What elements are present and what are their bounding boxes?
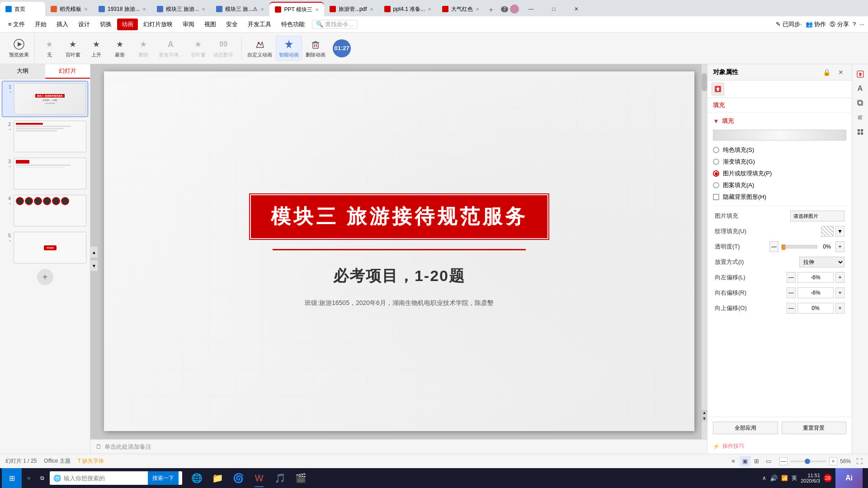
checkbox-hide-bg[interactable]: [713, 194, 719, 200]
taskbar-app-explorer[interactable]: 📁: [208, 468, 227, 488]
notification-badge[interactable]: 28: [824, 474, 832, 482]
share-btn[interactable]: ⑤ 分享: [830, 20, 849, 28]
slide-item-2[interactable]: 2 *: [2, 119, 88, 154]
radio-gradient[interactable]: [713, 159, 719, 165]
ops-tips[interactable]: ⚡ 操作技巧: [708, 439, 852, 454]
anim-none[interactable]: ★ 无: [38, 36, 60, 60]
taskbar-search-input[interactable]: [64, 475, 145, 482]
menu-security[interactable]: 安全: [222, 19, 242, 30]
taskbar-taskview[interactable]: ⧉: [36, 468, 49, 488]
menu-slideshow[interactable]: 幻灯片放映: [139, 19, 177, 30]
tab-pdf[interactable]: 旅游管...pdf ✕: [324, 2, 379, 16]
fill-option-solid[interactable]: 纯色填充(S): [713, 146, 846, 154]
placement-select[interactable]: 拉伸 平铺: [799, 257, 844, 267]
slide-canvas[interactable]: 模块三 旅游接待规范服务 必考项目，1-20题 班级:旅游16505，2020年…: [104, 71, 694, 431]
fill-option-pattern[interactable]: 图案填充(A): [713, 181, 846, 189]
canvas-scrollbar-v[interactable]: ▲ ▼: [702, 64, 707, 439]
add-slide-button[interactable]: +: [37, 269, 53, 285]
tab-close-mk3[interactable]: ✕: [202, 7, 205, 12]
offset-up-plus-btn[interactable]: +: [835, 303, 844, 314]
far-right-grid-btn[interactable]: [854, 126, 867, 138]
nav-arrow-up[interactable]: ▲: [90, 247, 98, 258]
zoom-minus-btn[interactable]: —: [779, 457, 788, 465]
far-right-copy-btn[interactable]: [854, 97, 867, 109]
anim-blinds[interactable]: ★ 百叶窗: [62, 36, 84, 60]
preview-effect-button[interactable]: 预览效果: [6, 36, 32, 60]
texture-preview[interactable]: [821, 226, 834, 237]
collab-btn[interactable]: 👥 协作: [806, 20, 826, 28]
tab-19318[interactable]: 19318 旅游... ✕: [93, 2, 151, 16]
fill-option-hide-bg[interactable]: 隐藏背景图形(H): [713, 193, 846, 201]
transparency-thumb[interactable]: [782, 244, 785, 250]
offset-right-input[interactable]: [797, 287, 834, 298]
smart-anim-button[interactable]: 智能动画: [276, 36, 302, 61]
user-avatar[interactable]: [510, 5, 519, 14]
menu-switch[interactable]: 切换: [95, 19, 116, 30]
tab-close-mk3b[interactable]: ✕: [260, 7, 264, 12]
taskbar-app-wps[interactable]: W: [249, 468, 269, 488]
radio-pattern[interactable]: [713, 182, 719, 188]
start-button[interactable]: ⊞: [2, 468, 22, 488]
menu-design[interactable]: 设计: [74, 19, 94, 30]
anim-font[interactable]: A 更改字体...: [156, 36, 185, 60]
tray-volume[interactable]: 🔊: [770, 474, 778, 482]
menu-view[interactable]: 视图: [200, 19, 221, 30]
slide-title-box[interactable]: 模块三 旅游接待规范服务: [251, 195, 547, 238]
taskbar-clock[interactable]: 11:51 2020/6/3: [801, 473, 820, 483]
grid-view-btn[interactable]: ⊞: [751, 456, 762, 467]
slide-thumb-4[interactable]: [14, 195, 86, 226]
maximize-button[interactable]: □: [543, 2, 564, 16]
slide-item-3[interactable]: 3 *: [2, 156, 88, 191]
tab-close-19318[interactable]: ✕: [142, 7, 146, 12]
texture-dropdown-btn[interactable]: ▼: [835, 226, 844, 237]
anim-erase[interactable]: ★ 擦除: [132, 36, 154, 60]
close-panel-icon[interactable]: ✕: [835, 67, 846, 78]
help-btn[interactable]: ?: [853, 21, 856, 28]
tab-close-daoke[interactable]: ✕: [84, 7, 88, 12]
anim-blinds2[interactable]: ★ 百叶窗: [187, 36, 209, 60]
fill-option-gradient[interactable]: 渐变填充(G): [713, 158, 846, 166]
apply-all-button[interactable]: 全部应用: [713, 422, 778, 434]
tab-close-ppt[interactable]: ✕: [315, 7, 319, 12]
taskbar-app-edge[interactable]: 🌐: [187, 468, 207, 488]
tray-lang[interactable]: 英: [792, 474, 797, 482]
custom-anim-button[interactable]: 自定义动画: [245, 36, 275, 60]
tab-mk3b[interactable]: 模块三 旅...⚠ ✕: [211, 2, 269, 16]
menu-file[interactable]: ≡ 文件: [4, 19, 29, 30]
taskbar-app-music[interactable]: 🎵: [270, 468, 290, 488]
slide-item-4[interactable]: 4 *: [2, 193, 88, 228]
zoom-slider[interactable]: [790, 460, 826, 462]
radio-solid[interactable]: [713, 147, 719, 153]
far-right-fill-btn[interactable]: [854, 68, 867, 80]
notes-view-btn[interactable]: ≡: [728, 456, 739, 467]
reset-btn[interactable]: 重置背景: [782, 422, 847, 434]
transparency-plus-btn[interactable]: +: [835, 241, 844, 252]
tray-network[interactable]: 📶: [781, 475, 788, 481]
tab-mk3[interactable]: 模块三 旅游... ✕: [151, 2, 211, 16]
tab-home[interactable]: 首页: [0, 2, 45, 16]
offset-up-input[interactable]: [797, 303, 834, 314]
reading-view-btn[interactable]: ▭: [763, 456, 774, 467]
ai-button[interactable]: Ai: [835, 468, 863, 488]
tab-close-red[interactable]: ✕: [476, 7, 479, 12]
tab-ppt41[interactable]: ppt4.1 准备... ✕: [379, 2, 437, 16]
tab-daoke[interactable]: 稻壳模板 ✕: [45, 2, 93, 16]
fill-tab-icon[interactable]: [711, 82, 725, 96]
slide-subtitle[interactable]: 必考项目，1-20题: [333, 266, 465, 286]
tab-ppt-active[interactable]: PPT 模块三 ✕: [269, 2, 324, 16]
far-right-text-btn[interactable]: A: [854, 82, 867, 95]
delete-anim-button[interactable]: 删除动画: [303, 36, 328, 60]
lock-icon[interactable]: 🔒: [821, 67, 832, 78]
menu-review[interactable]: 审阅: [178, 19, 199, 30]
fill-option-picture[interactable]: 图片或纹理填充(P): [713, 169, 846, 178]
anim-number[interactable]: 99 动态数字: [211, 36, 236, 60]
transparency-minus-btn[interactable]: —: [769, 241, 778, 252]
tab-close-pdf[interactable]: ✕: [370, 7, 373, 12]
menu-animation[interactable]: 动画: [117, 19, 138, 30]
slide-thumb-1[interactable]: 模块三 旅游接待规范服务 必考项目，1-20题 班级:旅游16505: [14, 83, 86, 115]
normal-view-btn[interactable]: ▣: [740, 456, 750, 467]
fill-color-preview[interactable]: [713, 130, 846, 141]
picture-select-btn[interactable]: 请选择图片: [790, 211, 844, 221]
offset-left-plus-btn[interactable]: +: [835, 272, 844, 283]
slide-thumb-3[interactable]: [14, 158, 86, 189]
